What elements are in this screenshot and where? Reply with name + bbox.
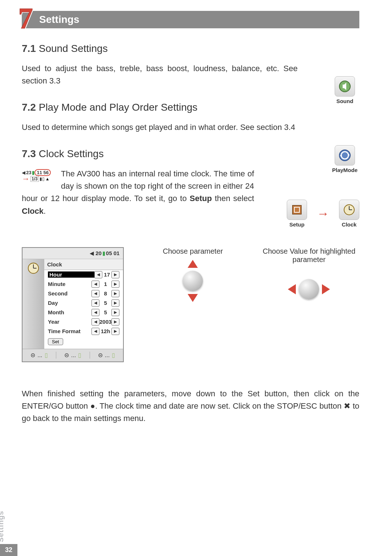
decrement-button[interactable]: ◀ [91, 281, 99, 288]
section-heading-sound: 7.1 Sound Settings [22, 43, 359, 54]
section-heading-playmode: 7.2 Play Mode and Play Order Settings [22, 102, 359, 113]
battery-icon: ▮ [102, 250, 105, 257]
section-title: Clock Settings [39, 148, 104, 159]
section-title: Sound Settings [39, 43, 108, 54]
status-bar: ◀ 20 ▮ 05 01 [23, 248, 123, 259]
joystick-horizontal-icon [287, 267, 331, 311]
param-name: Day [48, 300, 91, 306]
increment-button[interactable]: ▶ [111, 281, 119, 288]
chapter-header: 7 Settings [22, 11, 359, 28]
set-button[interactable]: Set [48, 338, 63, 345]
clock-row-day[interactable]: Day◀5▶ [44, 298, 123, 308]
illus-bars: ▮▯ [40, 176, 45, 181]
param-name: Second [48, 290, 91, 297]
section-number: 7.3 [22, 148, 36, 159]
param-name: Year [48, 319, 91, 325]
clock-row-month[interactable]: Month◀5▶ [44, 308, 123, 317]
enter-button-icon: ● [90, 401, 95, 410]
sound-paragraph: Used to adjust the bass, treble, bass bo… [22, 62, 298, 87]
clock-row-year[interactable]: Year◀2003▶ [44, 317, 123, 327]
choose-parameter-label: Choose parameter [142, 247, 244, 255]
increment-button[interactable]: ▶ [111, 290, 119, 297]
playmode-icon [335, 145, 355, 165]
clock-side-icon [23, 259, 44, 349]
closing-paragraph: When finished setting the parameters, mo… [22, 388, 359, 425]
clock-row-hour[interactable]: Hour◀17▶ [44, 270, 123, 279]
joystick-vertical-icon [171, 259, 215, 303]
param-name: Time Format [48, 328, 91, 334]
clock-row-second[interactable]: Second◀8▶ [44, 289, 123, 298]
page-number: 32 [0, 544, 17, 556]
setup-to-clock-diagram: Setup → Clock [287, 200, 359, 228]
arrow-right-icon: → [317, 207, 329, 221]
choose-value-label: Choose Value for highlighted parameter [258, 247, 360, 264]
decrement-button[interactable]: ◀ [94, 271, 102, 278]
param-name: Month [48, 309, 91, 315]
decrement-button[interactable]: ◀ [91, 309, 99, 316]
increment-button[interactable]: ▶ [111, 318, 119, 326]
illus-minsec: 11 56 [34, 169, 51, 176]
clock-settings-screenshot: ◀ 20 ▮ 05 01 Clock Hour◀17▶Minute◀1▶Seco… [22, 247, 124, 362]
param-value: 1 [99, 281, 111, 287]
param-value: 8 [99, 290, 111, 297]
clock-label: Clock [342, 221, 357, 228]
section-number: 7.1 [22, 43, 36, 54]
clock-row-time-format[interactable]: Time Format◀12h▶ [44, 327, 123, 336]
increment-button[interactable]: ▶ [111, 271, 119, 278]
clock-panel-title: Clock [44, 259, 123, 270]
setup-icon [287, 200, 307, 220]
choose-parameter-block: Choose parameter [142, 247, 244, 311]
clock-icon [339, 200, 359, 220]
param-name: Hour [48, 271, 94, 278]
param-value: 5 [99, 300, 111, 306]
section-number: 7.2 [22, 102, 36, 113]
up-triangle-icon: ▲ [45, 176, 50, 181]
decrement-button[interactable]: ◀ [91, 299, 99, 307]
param-value: 5 [99, 309, 111, 315]
sound-icon-block: Sound [330, 76, 359, 104]
decrement-button[interactable]: ◀ [91, 318, 99, 326]
clock-row-minute[interactable]: Minute◀1▶ [44, 279, 123, 289]
increment-button[interactable]: ▶ [111, 328, 119, 335]
illus-track: 1/3 [30, 176, 39, 182]
param-value: 2003 [99, 319, 111, 325]
increment-button[interactable]: ▶ [111, 299, 119, 307]
svg-rect-4 [293, 205, 301, 214]
decrement-button[interactable]: ◀ [91, 328, 99, 335]
sound-icon-label: Sound [330, 98, 359, 104]
stop-button-icon: ✖ [344, 401, 350, 410]
softkey-bar: ⊝...▯ ⊝...▯ ⊝...▯ [23, 349, 123, 361]
section-heading-clock: 7.3 Clock Settings [22, 148, 359, 160]
choose-value-block: Choose Value for highlighted parameter [258, 247, 360, 311]
section-title: Play Mode and Play Order Settings [39, 102, 197, 113]
setup-label: Setup [289, 221, 305, 228]
param-value: 12h [99, 328, 111, 334]
param-value: 17 [102, 271, 111, 278]
chapter-number: 7 [18, 4, 33, 33]
speaker-icon: ◀ [90, 250, 94, 257]
playmode-paragraph: Used to determine which songs get played… [22, 121, 298, 134]
decrement-button[interactable]: ◀ [91, 290, 99, 297]
increment-button[interactable]: ▶ [111, 309, 119, 316]
param-name: Minute [48, 281, 91, 287]
chapter-title: Settings [39, 14, 79, 25]
clock-time-illustration: ◀ 23 ▮ 11 56 → 1/3 ▮▯ ▲ [22, 169, 58, 182]
side-tab-label: Settings [0, 511, 5, 542]
sound-icon [335, 76, 355, 97]
